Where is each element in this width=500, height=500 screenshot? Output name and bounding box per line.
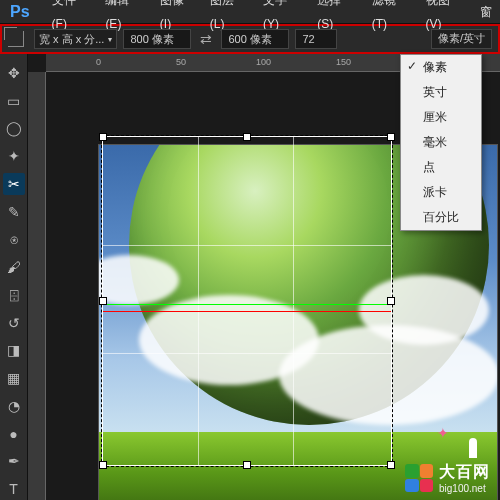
crop-tool-indicator-icon — [8, 31, 24, 47]
watermark: 大百网 big100.net — [405, 462, 490, 494]
marquee-tool[interactable]: ▭ — [3, 90, 25, 112]
app-logo: Ps — [4, 3, 36, 21]
menu-window[interactable]: 窗 — [472, 0, 500, 24]
image-figure — [469, 438, 477, 458]
eraser-tool[interactable]: ◨ — [3, 340, 25, 362]
crop-center-icon: ✦ — [437, 425, 449, 441]
unit-option-mm[interactable]: 毫米 — [401, 130, 481, 155]
eyedropper-tool[interactable]: ✎ — [3, 201, 25, 223]
tools-panel: ✥ ▭ ◯ ✦ ✂ ✎ ⍟ 🖌 ⌹ ↺ ◨ ▦ ◔ ● ✒ T — [0, 54, 28, 500]
brush-tool[interactable]: 🖌 — [3, 256, 25, 278]
unit-label: 派卡 — [423, 185, 447, 199]
watermark-cn: 大百网 — [439, 462, 490, 483]
lasso-tool[interactable]: ◯ — [3, 118, 25, 140]
magic-wand-tool[interactable]: ✦ — [3, 145, 25, 167]
blur-tool[interactable]: ◔ — [3, 395, 25, 417]
crop-height-field[interactable]: 600 像素 — [221, 29, 289, 49]
type-tool[interactable]: T — [3, 478, 25, 500]
unit-label: 像素 — [423, 60, 447, 74]
crop-handle-n[interactable] — [243, 133, 251, 141]
move-tool[interactable]: ✥ — [3, 62, 25, 84]
watermark-en: big100.net — [439, 483, 490, 494]
crop-preset-label: 宽 x 高 x 分... — [39, 32, 104, 47]
ruler-mark: 0 — [96, 57, 101, 67]
crop-width-field[interactable]: 800 像素 — [123, 29, 191, 49]
unit-option-points[interactable]: 点 — [401, 155, 481, 180]
vertical-ruler[interactable] — [28, 72, 46, 500]
unit-label: 点 — [423, 160, 435, 174]
watermark-logo-icon — [405, 464, 433, 492]
unit-label: 厘米 — [423, 110, 447, 124]
crop-tool[interactable]: ✂ — [3, 173, 25, 195]
unit-label: 毫米 — [423, 135, 447, 149]
unit-option-pixels[interactable]: ✓ 像素 — [401, 55, 481, 80]
chevron-down-icon: ▾ — [108, 35, 112, 44]
unit-option-picas[interactable]: 派卡 — [401, 180, 481, 205]
image-cloud — [279, 325, 498, 425]
ruler-mark: 50 — [176, 57, 186, 67]
unit-option-cm[interactable]: 厘米 — [401, 105, 481, 130]
resolution-field[interactable]: 72 — [295, 29, 337, 49]
crop-handle-ne[interactable] — [387, 133, 395, 141]
menu-filter[interactable]: 滤镜(T) — [364, 0, 418, 36]
unit-option-inches[interactable]: 英寸 — [401, 80, 481, 105]
gradient-tool[interactable]: ▦ — [3, 367, 25, 389]
unit-option-percent[interactable]: 百分比 — [401, 205, 481, 230]
healing-brush-tool[interactable]: ⍟ — [3, 229, 25, 251]
ruler-mark: 100 — [256, 57, 271, 67]
swap-dimensions-icon[interactable]: ⇄ — [197, 30, 215, 48]
unit-dropdown-menu: ✓ 像素 英寸 厘米 毫米 点 派卡 百分比 — [400, 54, 482, 231]
unit-label: 百分比 — [423, 210, 459, 224]
ruler-mark: 150 — [336, 57, 351, 67]
crop-preset-dropdown[interactable]: 宽 x 高 x 分... ▾ — [34, 29, 117, 49]
unit-label: 英寸 — [423, 85, 447, 99]
clone-stamp-tool[interactable]: ⌹ — [3, 284, 25, 306]
resolution-unit-button[interactable]: 像素/英寸 — [431, 29, 492, 49]
menu-bar: Ps 文件(F) 编辑(E) 图像(I) 图层(L) 文字(Y) 选择(S) 滤… — [0, 0, 500, 24]
check-icon: ✓ — [407, 59, 417, 73]
crop-handle-nw[interactable] — [99, 133, 107, 141]
history-brush-tool[interactable]: ↺ — [3, 312, 25, 334]
pen-tool[interactable]: ✒ — [3, 451, 25, 473]
dodge-tool[interactable]: ● — [3, 423, 25, 445]
